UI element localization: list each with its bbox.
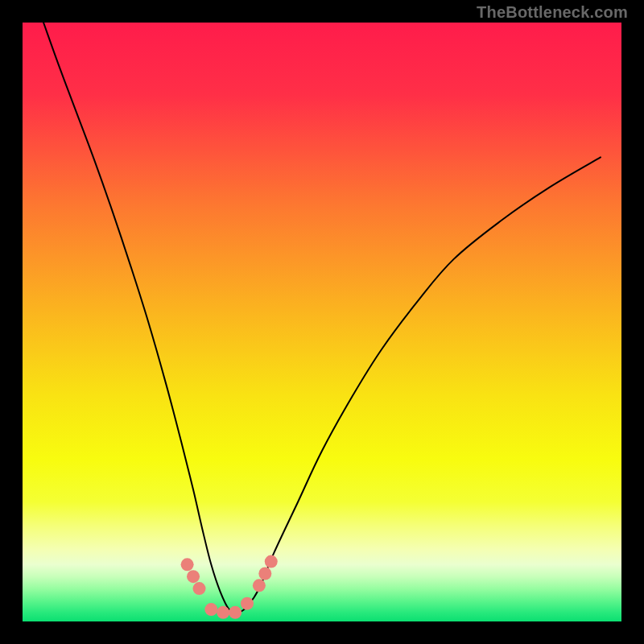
- chart-svg: [23, 23, 621, 621]
- curve-marker: [187, 570, 200, 583]
- curve-marker: [204, 603, 217, 616]
- curve-marker: [192, 582, 205, 595]
- chart-container: TheBottleneck.com: [0, 0, 644, 644]
- curve-marker: [253, 579, 266, 592]
- gradient-background: [23, 23, 621, 621]
- curve-marker: [181, 558, 194, 571]
- curve-marker: [258, 567, 271, 580]
- curve-marker: [217, 606, 229, 619]
- watermark-text: TheBottleneck.com: [477, 3, 628, 22]
- curve-marker: [229, 606, 242, 619]
- curve-marker: [241, 597, 254, 610]
- plot-area: [23, 23, 621, 621]
- curve-marker: [265, 555, 278, 568]
